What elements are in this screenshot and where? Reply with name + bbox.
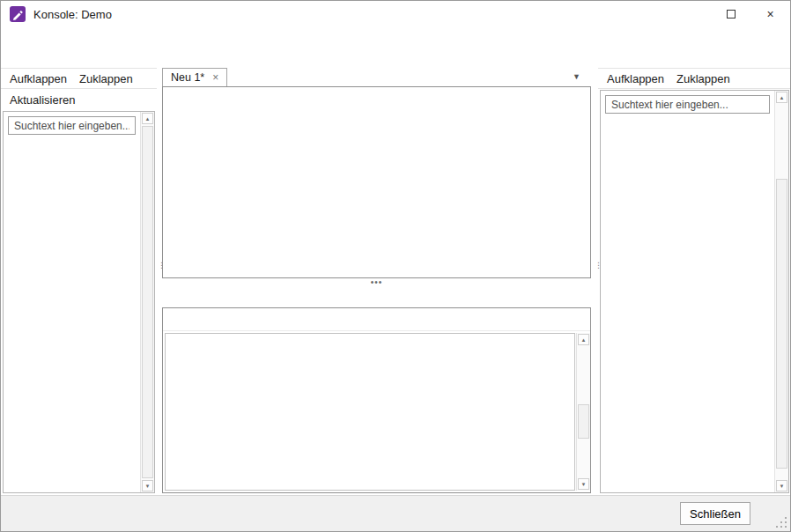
- left-tree-scrollbar[interactable]: ▲ ▼: [140, 112, 154, 492]
- commands-tree: [601, 118, 774, 492]
- horizontal-splitter[interactable]: •••: [160, 279, 593, 289]
- menubar: [1, 27, 790, 48]
- maximize-icon: [727, 10, 736, 18]
- scroll-thumb[interactable]: [776, 179, 787, 468]
- scroll-thumb[interactable]: [578, 404, 589, 439]
- titlebar: Konsole: Demo ×: [1, 1, 790, 27]
- scroll-down-icon[interactable]: ▼: [578, 478, 589, 490]
- tables-panel: Aufklappen Zuklappen Aktualisieren ▲ ▼: [1, 68, 157, 495]
- expand-all-link-left[interactable]: Aufklappen: [10, 72, 67, 85]
- refresh-link[interactable]: Aktualisieren: [10, 93, 75, 107]
- code-editor[interactable]: [162, 86, 591, 278]
- expand-all-link-right[interactable]: Aufklappen: [607, 72, 664, 85]
- editor-tab-label: Neu 1*: [171, 71, 204, 84]
- scroll-thumb[interactable]: [142, 126, 153, 478]
- commands-panel: Aufklappen Zuklappen ▲ ▼: [598, 68, 791, 495]
- app-icon: [10, 6, 26, 22]
- close-icon: ×: [766, 7, 773, 21]
- footer-bar: Schließen: [1, 495, 790, 531]
- collapse-all-link-right[interactable]: Zuklappen: [676, 72, 730, 85]
- tab-list-dropdown-icon[interactable]: ▼: [573, 72, 580, 81]
- window-title: Konsole: Demo: [33, 8, 112, 21]
- results-toolbar: [163, 308, 590, 331]
- right-tree-scrollbar[interactable]: ▲ ▼: [774, 91, 788, 492]
- commands-treebox: ▲ ▼: [600, 90, 789, 493]
- tab-close-icon[interactable]: ×: [212, 71, 218, 84]
- maximize-button[interactable]: [711, 1, 750, 27]
- scroll-up-icon[interactable]: ▲: [578, 334, 589, 345]
- toolbar: [1, 48, 790, 68]
- editor-area: Neu 1* × ▼ ••• ▲ ▼: [160, 68, 593, 495]
- scroll-down-icon[interactable]: ▼: [776, 480, 787, 491]
- close-button[interactable]: ×: [750, 1, 790, 27]
- search-input-left[interactable]: [8, 116, 136, 135]
- records-grid: [165, 333, 575, 491]
- resize-grip[interactable]: [774, 515, 787, 528]
- results-pane: ▲ ▼: [162, 307, 591, 493]
- scroll-up-icon[interactable]: ▲: [142, 113, 153, 124]
- schliessen-button[interactable]: Schließen: [680, 502, 750, 525]
- collapse-all-link-left[interactable]: Zuklappen: [79, 72, 133, 85]
- grid-scrollbar[interactable]: ▲ ▼: [576, 333, 590, 491]
- scroll-up-icon[interactable]: ▲: [776, 92, 787, 103]
- tables-treebox: ▲ ▼: [3, 111, 155, 493]
- search-input-right[interactable]: [605, 95, 770, 114]
- scroll-down-icon[interactable]: ▼: [142, 480, 153, 491]
- app-window: Konsole: Demo × Aufklappen Zuklappen Akt…: [0, 0, 791, 532]
- editor-tab[interactable]: Neu 1* ×: [162, 68, 227, 86]
- tables-tree: [4, 139, 140, 492]
